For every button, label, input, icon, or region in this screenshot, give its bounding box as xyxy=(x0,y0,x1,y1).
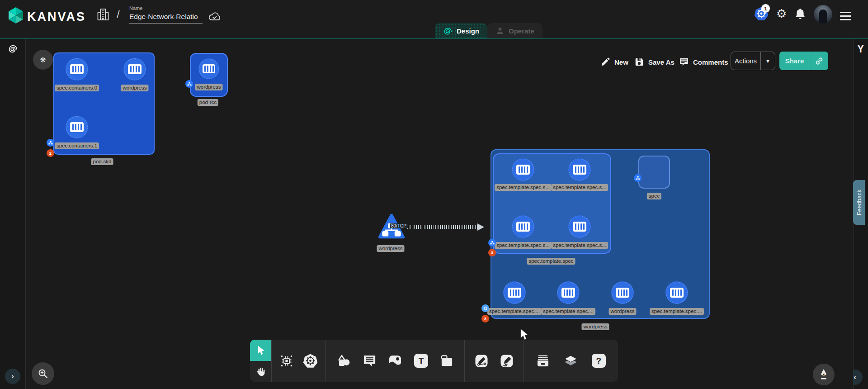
edge-pen-tool-button[interactable] xyxy=(473,352,490,370)
drawer-tool-button[interactable] xyxy=(534,352,552,370)
pan-tool-button[interactable] xyxy=(250,361,271,382)
text-tool-button[interactable]: T xyxy=(413,352,430,370)
app-title[interactable]: KANVAS xyxy=(27,10,86,24)
app-header: KANVAS / Name Design xyxy=(0,0,868,38)
node-label: spec.template.spec.s... xyxy=(551,184,608,191)
shapes-icon xyxy=(336,354,351,368)
container-node[interactable] xyxy=(512,215,534,238)
error-badge[interactable]: 2 xyxy=(47,149,54,157)
menu-hamburger-icon[interactable] xyxy=(840,12,851,23)
left-rail xyxy=(0,38,26,389)
select-tool-button[interactable] xyxy=(250,340,271,361)
container-node[interactable] xyxy=(568,158,591,181)
settings-gear-icon[interactable]: ⚙ xyxy=(776,7,787,20)
meshery-spiral-icon[interactable] xyxy=(8,43,18,54)
container-node[interactable] xyxy=(665,281,688,304)
relationship-badge[interactable] xyxy=(185,80,193,88)
relationship-badge[interactable] xyxy=(488,239,496,247)
tab-design[interactable]: Design xyxy=(435,23,487,38)
container-icon xyxy=(508,288,521,298)
tab-operate-label: Operate xyxy=(509,27,534,35)
organization-icon[interactable] xyxy=(97,8,109,21)
container-node[interactable] xyxy=(568,215,591,238)
help-tool-button[interactable]: ? xyxy=(590,352,607,370)
layers-icon xyxy=(563,353,578,368)
tab-operate[interactable]: Operate xyxy=(487,23,542,38)
comments-button[interactable]: Comments xyxy=(679,55,728,69)
container-node[interactable] xyxy=(557,281,580,304)
container-icon xyxy=(203,64,215,73)
shapes-tool-button[interactable] xyxy=(335,352,352,370)
container-icon xyxy=(70,122,84,132)
layers-tool-button[interactable] xyxy=(562,352,580,370)
sticky-note-icon xyxy=(440,354,454,368)
feedback-tab[interactable]: Feedback xyxy=(853,180,865,225)
error-badge[interactable]: 3 xyxy=(481,315,489,323)
avatar[interactable] xyxy=(814,5,832,24)
node-label: wordpress xyxy=(195,84,222,90)
group-label: wordpress xyxy=(581,323,609,330)
node-label: spec.template.spec.s... xyxy=(495,184,552,191)
comment-icon xyxy=(679,57,689,67)
node-spec[interactable] xyxy=(638,156,670,189)
mesh-components-tool-button[interactable] xyxy=(278,352,295,370)
node-label: wordpress xyxy=(609,308,636,315)
share-button[interactable]: Share xyxy=(779,52,828,70)
canvas-top-accent-line xyxy=(0,38,868,39)
container-node[interactable] xyxy=(198,58,219,79)
name-field-label: Name xyxy=(129,5,203,11)
actions-button[interactable]: Actions ▼ xyxy=(731,52,775,70)
container-node[interactable] xyxy=(66,58,88,81)
new-button[interactable]: New xyxy=(600,55,628,69)
node-label: spec.template.spec.s... xyxy=(551,242,608,249)
container-icon xyxy=(516,222,530,232)
node-label: wordpress xyxy=(377,245,404,252)
cursor-arrow-icon xyxy=(255,345,266,356)
container-node[interactable] xyxy=(503,281,526,304)
right-rail-logo: Y xyxy=(857,43,864,55)
group-label: pod-skd xyxy=(91,158,113,165)
container-node[interactable] xyxy=(123,58,146,81)
design-name-input[interactable] xyxy=(129,12,203,24)
hierarchy-icon xyxy=(48,141,53,145)
image-tool-button[interactable] xyxy=(387,352,404,370)
copy-link-icon[interactable] xyxy=(810,52,828,70)
kanvas-logo-icon[interactable] xyxy=(6,6,25,25)
container-icon xyxy=(616,288,629,298)
operate-person-icon xyxy=(495,26,505,35)
canvas-config-button[interactable]: ❋ xyxy=(33,50,53,70)
freehand-tool-button[interactable] xyxy=(498,352,515,370)
toolbar-group-misc: ? xyxy=(524,340,618,382)
relationship-badge[interactable] xyxy=(47,139,54,147)
node-label: spec.template.spec.... xyxy=(650,308,704,315)
save-as-button[interactable]: Save As xyxy=(634,55,675,69)
actions-caret-icon[interactable]: ▼ xyxy=(761,52,775,70)
relationship-badge[interactable] xyxy=(481,304,489,312)
pencil-scribble-icon xyxy=(500,354,514,368)
relationship-badge[interactable] xyxy=(634,174,642,182)
sticky-note-tool-button[interactable] xyxy=(439,352,456,370)
design-pen-button[interactable] xyxy=(813,364,835,385)
pen-path-icon xyxy=(474,354,489,368)
expand-left-panel-button[interactable]: › xyxy=(5,369,20,384)
container-node[interactable] xyxy=(66,116,88,138)
comment-tool-button[interactable] xyxy=(361,352,378,370)
group-label: pod-rcc xyxy=(198,99,218,106)
container-node[interactable] xyxy=(512,158,534,181)
text-tool-glyph: T xyxy=(419,356,424,366)
zoom-button[interactable] xyxy=(32,362,54,385)
save-floppy-icon xyxy=(634,57,644,67)
container-icon xyxy=(670,288,684,298)
pencil-icon xyxy=(600,57,610,67)
node-label: spec.template.spec.... xyxy=(487,308,542,315)
kubernetes-tool-button[interactable] xyxy=(302,352,319,370)
hierarchy-icon xyxy=(187,82,192,86)
tab-design-label: Design xyxy=(457,27,479,35)
kubernetes-helm-icon xyxy=(303,353,318,368)
container-node[interactable] xyxy=(611,281,634,304)
container-icon xyxy=(70,64,84,74)
service-edge[interactable] xyxy=(407,225,479,229)
error-badge[interactable]: 3 xyxy=(488,249,496,256)
notifications-bell-icon[interactable] xyxy=(794,8,806,20)
group-spec-template-spec[interactable] xyxy=(493,153,611,254)
